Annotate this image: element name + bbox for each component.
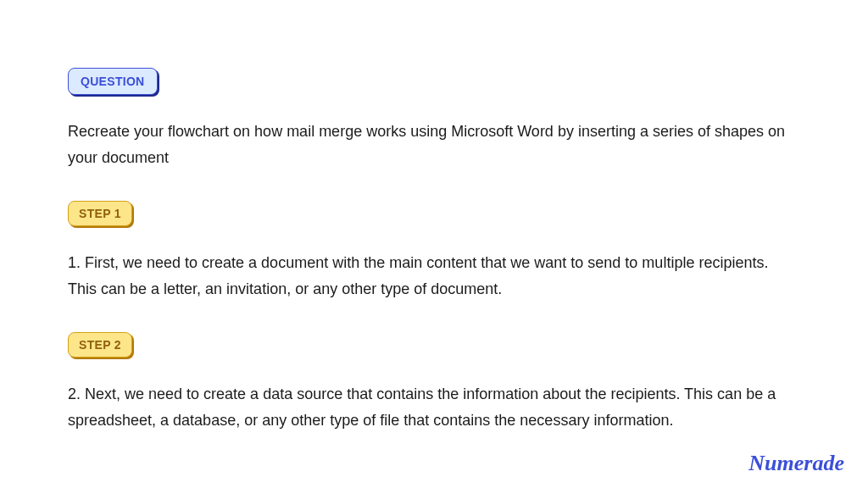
brand-logo: Numerade: [748, 451, 844, 476]
step-1-text: 1. First, we need to create a document w…: [68, 250, 800, 302]
step-2-text: 2. Next, we need to create a data source…: [68, 381, 800, 433]
question-text: Recreate your flowchart on how mail merg…: [68, 119, 800, 170]
step-2-badge: STEP 2: [68, 332, 132, 358]
content-container: QUESTION Recreate your flowchart on how …: [68, 68, 800, 434]
question-badge: QUESTION: [68, 68, 158, 95]
step-1-badge: STEP 1: [68, 201, 132, 226]
